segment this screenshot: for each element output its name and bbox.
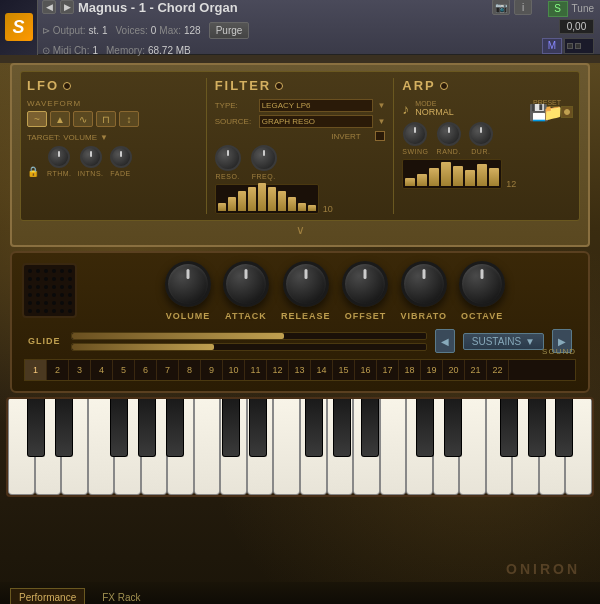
black-key-as3[interactable] — [555, 399, 573, 457]
header-top-row: ◀ ▶ Magnus - 1 - Chord Organ 📷 i — [42, 0, 532, 20]
preset-radio — [564, 109, 570, 115]
preset-btn-3[interactable] — [561, 106, 573, 118]
sound-number-11[interactable]: 11 — [245, 360, 267, 380]
m-button[interactable]: M — [542, 38, 562, 54]
offset-knob[interactable] — [342, 261, 388, 307]
wave-tri-button[interactable]: ▲ — [50, 111, 70, 127]
midi-label: ⊙ Midi Ch: — [42, 45, 89, 56]
black-key-ds[interactable] — [55, 399, 73, 457]
info-button[interactable]: i — [514, 0, 532, 15]
black-key-ds2[interactable] — [249, 399, 267, 457]
sound-number-3[interactable]: 3 — [69, 360, 91, 380]
wave-sq-button[interactable]: ⊓ — [96, 111, 116, 127]
sustains-button[interactable]: SUSTAINS ▼ — [463, 333, 544, 350]
source-dropdown-arrow[interactable]: ▼ — [377, 117, 385, 126]
next-instrument-button[interactable]: ▶ — [60, 0, 74, 14]
sound-number-15[interactable]: 15 — [333, 360, 355, 380]
grille-dot — [28, 285, 32, 289]
invert-label: INVERT — [331, 132, 371, 141]
black-key-cs3[interactable] — [416, 399, 434, 457]
sound-numbers-container: 1 2 3 4 5 6 7 8 9 10 11 12 13 14 15 16 1 — [24, 359, 576, 381]
freq-knob[interactable] — [251, 145, 277, 171]
waveform-row: ~ ▲ ∿ ⊓ ↕ — [27, 111, 198, 127]
filter-source-select[interactable]: GRAPH RESO — [259, 115, 374, 128]
panel-arrow[interactable]: ∨ — [20, 221, 580, 239]
black-key-fs3[interactable] — [500, 399, 518, 457]
sound-number-4[interactable]: 4 — [91, 360, 113, 380]
sound-number-20[interactable]: 20 — [443, 360, 465, 380]
target-label: TARGET: — [27, 133, 60, 142]
sound-number-10[interactable]: 10 — [223, 360, 245, 380]
black-key-as2[interactable] — [361, 399, 379, 457]
sound-number-16[interactable]: 16 — [355, 360, 377, 380]
preset-btn-2[interactable]: 📁 — [547, 106, 559, 118]
white-key-f3[interactable] — [459, 399, 486, 495]
attack-group: ATTACK — [223, 261, 269, 321]
intns-knob[interactable] — [80, 146, 102, 168]
attack-knob[interactable] — [223, 261, 269, 307]
bottom-bar: Performance FX Rack — [0, 582, 600, 604]
output-label: ⊳ Output: — [42, 25, 86, 36]
black-key-fs2[interactable] — [305, 399, 323, 457]
prev-sound-button[interactable]: ◀ — [435, 329, 455, 353]
sound-number-8[interactable]: 8 — [179, 360, 201, 380]
fade-knob[interactable] — [110, 146, 132, 168]
black-key-gs[interactable] — [138, 399, 156, 457]
swing-knob[interactable] — [403, 122, 427, 146]
white-key-c2[interactable] — [194, 399, 221, 495]
octave-knob[interactable] — [459, 261, 505, 307]
sound-number-18[interactable]: 18 — [399, 360, 421, 380]
sound-number-5[interactable]: 5 — [113, 360, 135, 380]
reso-knob[interactable] — [215, 145, 241, 171]
sound-number-2[interactable]: 2 — [47, 360, 69, 380]
black-key-cs2[interactable] — [222, 399, 240, 457]
prev-instrument-button[interactable]: ◀ — [42, 0, 56, 14]
sound-number-17[interactable]: 17 — [377, 360, 399, 380]
wave-rand-button[interactable]: ↕ — [119, 111, 139, 127]
wave-sine-button[interactable]: ~ — [27, 111, 47, 127]
lfo-section: LFO WAVEFORM ~ ▲ ∿ ⊓ ↕ TARGET: VOLUME — [27, 78, 198, 214]
filter-type-select[interactable]: LEGACY LP6 — [259, 99, 374, 112]
arp-dot — [440, 82, 448, 90]
vibrato-knob[interactable] — [401, 261, 447, 307]
black-key-gs2[interactable] — [333, 399, 351, 457]
dur-knob[interactable] — [469, 122, 493, 146]
sound-number-22[interactable]: 22 — [487, 360, 509, 380]
memory-label: Memory: — [106, 45, 145, 56]
sound-number-14[interactable]: 14 — [311, 360, 333, 380]
release-knob[interactable] — [283, 261, 329, 307]
output-value: st. 1 — [89, 25, 108, 36]
black-key-gs3[interactable] — [528, 399, 546, 457]
wave-sin2-button[interactable]: ∿ — [73, 111, 93, 127]
black-key-ds3[interactable] — [444, 399, 462, 457]
invert-checkbox[interactable] — [375, 131, 385, 141]
sound-number-9[interactable]: 9 — [201, 360, 223, 380]
glide-slider-track[interactable] — [71, 332, 427, 340]
black-key-fs[interactable] — [110, 399, 128, 457]
black-key-cs[interactable] — [27, 399, 45, 457]
tune-value[interactable]: 0,00 — [559, 19, 594, 34]
rthm-knob[interactable] — [48, 146, 70, 168]
offset-group: OFFSET — [342, 261, 388, 321]
sound-number-19[interactable]: 19 — [421, 360, 443, 380]
sound-number-7[interactable]: 7 — [157, 360, 179, 380]
purge-button[interactable]: Purge — [209, 22, 250, 39]
sound-number-21[interactable]: 21 — [465, 360, 487, 380]
camera-button[interactable]: 📷 — [492, 0, 510, 15]
black-key-as[interactable] — [166, 399, 184, 457]
sound-number-12[interactable]: 12 — [267, 360, 289, 380]
tab-fx-rack[interactable]: FX Rack — [93, 588, 149, 605]
sound-number-1[interactable]: 1 — [25, 360, 47, 380]
target-dropdown-arrow[interactable]: ▼ — [100, 133, 108, 142]
s-button[interactable]: S — [548, 1, 568, 17]
sound-number-6[interactable]: 6 — [135, 360, 157, 380]
type-dropdown-arrow[interactable]: ▼ — [377, 101, 385, 110]
volume-knob[interactable] — [165, 261, 211, 307]
tab-performance[interactable]: Performance — [10, 588, 85, 605]
white-key-c3[interactable] — [380, 399, 407, 495]
glide-slider-track-2[interactable] — [71, 343, 427, 351]
vibrato-label: VIBRATO — [400, 311, 447, 321]
rand-knob[interactable] — [437, 122, 461, 146]
sound-number-13[interactable]: 13 — [289, 360, 311, 380]
white-key-f2[interactable] — [273, 399, 300, 495]
